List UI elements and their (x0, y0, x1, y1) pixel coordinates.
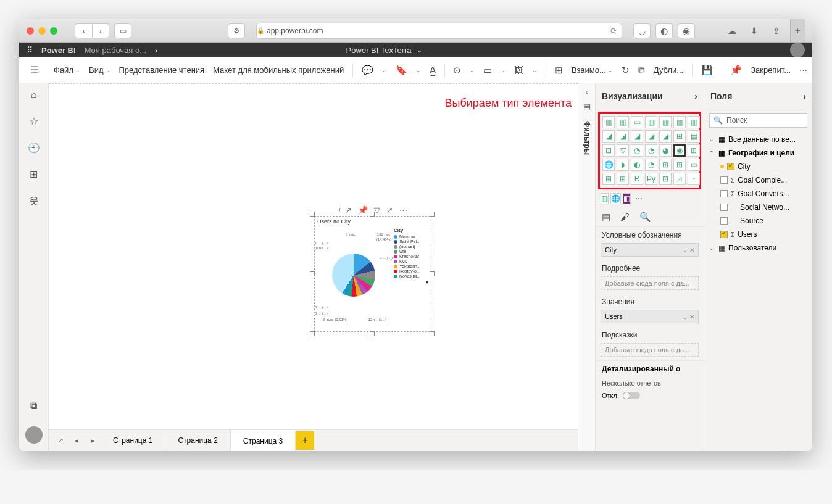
sidebar-button[interactable]: ▭ (114, 23, 131, 38)
apps-icon[interactable]: ⊞ (30, 168, 38, 180)
duplicate-menu[interactable]: Дубли... (654, 65, 683, 75)
viz-type-24[interactable]: ◔ (645, 159, 657, 171)
viz-type-5[interactable]: ▥ (673, 116, 686, 128)
ext-adblock[interactable]: ◐ (655, 23, 673, 38)
viz-type-15[interactable]: ▽ (617, 144, 629, 157)
viz-type-4[interactable]: ▥ (659, 116, 672, 128)
view-menu[interactable]: Вид⌄ (89, 65, 110, 75)
expand-filters-icon[interactable]: ‹ (586, 88, 588, 96)
favorites-icon[interactable]: ☆ (30, 115, 38, 127)
viz-more[interactable]: ⋯ (633, 193, 645, 204)
drill-icon[interactable]: ↗ (345, 205, 352, 215)
viz-type-26[interactable]: ⊞ (673, 159, 686, 171)
viz-type-6[interactable]: ▥ (688, 116, 700, 128)
share-icon[interactable]: ⇪ (768, 23, 785, 38)
viz-type-0[interactable]: ▥ (602, 116, 615, 128)
viz-type-9[interactable]: ◢ (631, 130, 643, 143)
shapes-icon[interactable]: ▭ (483, 65, 492, 76)
viz-type-1[interactable]: ▥ (617, 116, 629, 128)
filters-pane-collapsed[interactable]: ‹ ▤ Фильтры (578, 83, 595, 451)
viz-type-16[interactable]: ◔ (631, 144, 643, 157)
viz-type-21[interactable]: 🌐 (602, 159, 615, 171)
more-menu[interactable]: ⋯ (799, 65, 807, 75)
viz-type-33[interactable]: ⊿ (673, 173, 686, 185)
viz-type-2[interactable]: ▭ (631, 116, 643, 128)
viz-type-7[interactable]: ◢ (602, 130, 615, 143)
home-icon[interactable]: ⌂ (31, 89, 37, 101)
viz-type-23[interactable]: ◐ (631, 159, 643, 171)
viz-globe[interactable]: 🌐 (610, 193, 621, 204)
viz-type-8[interactable]: ◢ (617, 130, 629, 143)
chevron-down-icon[interactable]: ⌄ (417, 46, 422, 54)
format-mode-icon[interactable]: 🖌 (620, 212, 630, 223)
next-page[interactable]: ▸ (85, 432, 101, 448)
fields-search[interactable]: 🔍 Поиск (709, 113, 807, 128)
viz-type-22[interactable]: ◗ (617, 159, 629, 171)
back-button[interactable]: ‹ (75, 23, 92, 38)
viz-type-12[interactable]: ⊞ (673, 130, 686, 143)
address-bar[interactable]: 🔒 app.powerbi.com ⟳ (256, 23, 622, 39)
viz-type-28[interactable]: ⊞ (602, 173, 615, 185)
field-goal-completions[interactable]: ΣGoal Comple... (704, 173, 812, 187)
minimize-window[interactable] (38, 27, 46, 35)
viz-type-20[interactable]: ⊞ (688, 144, 700, 157)
field-users[interactable]: ΣUsers (704, 228, 812, 241)
field-source[interactable]: Source (704, 214, 812, 228)
viz-type-32[interactable]: ⊡ (659, 173, 672, 185)
details-placeholder[interactable]: Добавьте сюда поля с да... (601, 276, 699, 290)
popout-icon[interactable]: ↗ (52, 432, 69, 448)
values-field-item[interactable]: Users⌄ ✕ (601, 310, 699, 323)
viz-custom[interactable]: ◧ (623, 193, 631, 204)
field-goal-conversions[interactable]: ΣGoal Convers... (704, 187, 812, 200)
refresh-icon[interactable]: ↻ (622, 65, 630, 76)
reading-view[interactable]: Представление чтения (119, 65, 205, 75)
file-menu[interactable]: Файл⌄ (54, 65, 80, 75)
recent-icon[interactable]: 🕘 (28, 142, 40, 154)
workspaces-icon[interactable]: 웃 (29, 195, 39, 208)
page-tab-2[interactable]: Страница 2 (165, 430, 230, 452)
app-launcher-icon[interactable]: ⠿ (27, 45, 33, 55)
textbox-icon[interactable]: A̲ (430, 65, 436, 76)
page-tab-1[interactable]: Страница 1 (101, 430, 165, 452)
page-tab-3[interactable]: Страница 3 (231, 430, 296, 452)
workspace-crumb[interactable]: Моя рабочая о... (85, 46, 146, 55)
pin-visual-icon[interactable]: 📌 (358, 205, 368, 215)
viz-type-18[interactable]: ◕ (659, 144, 672, 157)
pin-icon[interactable]: 📌 (730, 65, 742, 76)
duplicate-icon[interactable]: ⧉ (638, 65, 645, 76)
viz-type-3[interactable]: ▥ (645, 116, 657, 128)
viz-type-11[interactable]: ◢ (659, 130, 672, 143)
viz-type-14[interactable]: ⊡ (602, 144, 615, 157)
downloads-icon[interactable]: ⬇ (746, 23, 763, 38)
maximize-window[interactable] (50, 27, 57, 35)
pin-menu[interactable]: Закрепит... (751, 65, 791, 75)
focus-icon[interactable]: ⤢ (386, 205, 393, 215)
prev-page[interactable]: ◂ (69, 432, 85, 448)
viz-type-13[interactable]: ▤ (688, 130, 700, 143)
viz-type-30[interactable]: R (631, 173, 643, 185)
collapse-fields-icon[interactable]: › (803, 91, 806, 101)
analytics-mode-icon[interactable]: 🔍 (639, 212, 651, 223)
table-geography[interactable]: ⌃▦География и цели (704, 146, 812, 160)
viz-type-10[interactable]: ◢ (645, 130, 657, 143)
user-avatar[interactable] (790, 43, 805, 57)
buttons-icon[interactable]: ⊙ (453, 65, 461, 76)
add-page-button[interactable]: + (296, 431, 314, 450)
new-tab-button[interactable]: + (790, 19, 805, 42)
close-window[interactable] (27, 27, 34, 35)
more-visual-icon[interactable]: ⋯ (399, 205, 407, 215)
viz-powerapps[interactable]: ▥ (601, 193, 609, 204)
ext-pinterest[interactable]: ◉ (678, 23, 695, 38)
comment-icon[interactable]: 💬 (362, 65, 373, 76)
tooltips-placeholder[interactable]: Добавьте сюда поля с да... (601, 343, 699, 357)
ext-pocket[interactable]: ◡ (633, 23, 651, 38)
collapse-viz-icon[interactable]: › (694, 91, 697, 101)
mobile-layout[interactable]: Макет для мобильных приложений (213, 65, 344, 75)
fields-mode-icon[interactable]: ▤ (602, 212, 610, 223)
cloud-tabs-icon[interactable]: ☁ (723, 23, 741, 38)
pie-chart-visual[interactable]: Users по City 0 тыс. 131 тыс. (14,46%) 1… (314, 216, 430, 332)
interactions-icon[interactable]: ⊞ (555, 65, 563, 76)
legend-field-item[interactable]: City⌄ ✕ (601, 243, 699, 257)
multi-reports-toggle[interactable] (623, 392, 640, 399)
field-city[interactable]: City (704, 160, 812, 173)
